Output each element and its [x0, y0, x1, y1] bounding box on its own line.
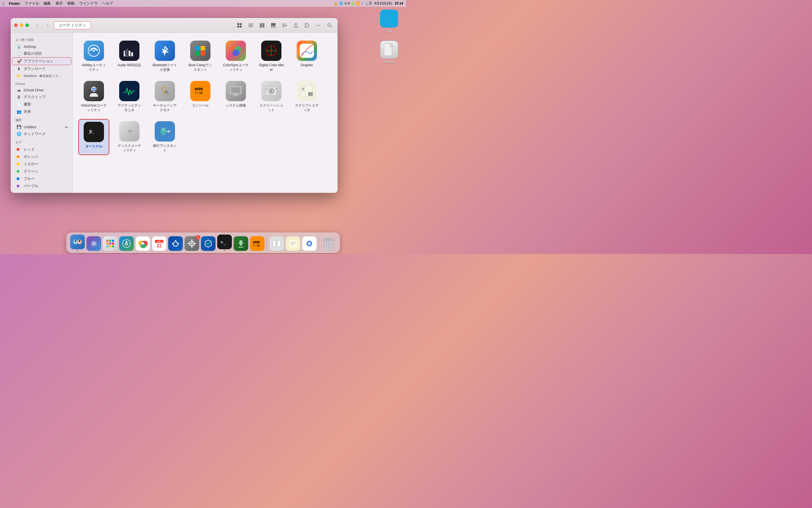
dock-item-trash[interactable] [321, 236, 336, 251]
dock-item-finder[interactable] [70, 235, 85, 251]
dock-item-malwarebytes[interactable] [201, 236, 216, 251]
app-item-migration[interactable]: 移行アシスタント [149, 119, 180, 155]
dock-item-safari[interactable] [119, 236, 134, 251]
svg-rect-13 [271, 27, 272, 28]
sidebar-item-library[interactable]: 📄 書類 [12, 101, 71, 108]
svg-rect-16 [282, 24, 285, 24]
forward-button[interactable]: › [44, 22, 52, 29]
menu-file[interactable]: ファイル [25, 1, 39, 6]
app-item-digitalcolor[interactable]: Digital Color Meter [256, 38, 287, 74]
svg-rect-4 [237, 26, 239, 28]
minimize-button[interactable] [20, 24, 24, 27]
sidebar-item-applications[interactable]: 🚀 アプリケーション [12, 57, 71, 65]
more-button[interactable] [314, 21, 323, 30]
voiceover-icon: ♿ [84, 81, 104, 101]
app-item-keychain[interactable]: キーチェーンアクセス [149, 79, 180, 115]
back-button[interactable]: ‹ [34, 22, 41, 29]
menu-edit[interactable]: 編集 [44, 1, 51, 6]
menu-go[interactable]: 移動 [67, 1, 75, 6]
menu-help[interactable]: ヘルプ [102, 1, 113, 6]
dock-item-calendar[interactable]: 229月 [152, 236, 167, 251]
sidebar-item-shared[interactable]: 👥 共有 [12, 108, 71, 115]
column-view-button[interactable] [258, 21, 267, 30]
sidebar-item-network[interactable]: 🌐 ネットワーク [12, 130, 71, 137]
cap-icon [380, 10, 398, 28]
apple-menu[interactable]:  [3, 1, 4, 6]
svg-rect-17 [282, 25, 286, 26]
dock-item-launchpad[interactable] [103, 236, 118, 251]
sidebar-item-icloud-drive[interactable]: ☁ iCloud Drive [12, 87, 71, 93]
menubar-left:  Finder ファイル 編集 表示 移動 ウインドウ ヘルプ [3, 1, 113, 6]
app-item-console[interactable]: WARN7:36 コンソール [185, 79, 216, 115]
eject-button[interactable]: ⏏ [65, 125, 68, 129]
app-item-bootcamp[interactable]: Boot Campアシスタント [185, 38, 216, 74]
sidebar-tag-green[interactable]: グリーン [12, 168, 71, 175]
dock-item-chrome2[interactable] [302, 236, 317, 251]
dock-item-siri[interactable]: ◎ [87, 236, 101, 251]
app-item-airmac[interactable]: AirMacユーティリティ [78, 38, 109, 74]
dock-item-prefs[interactable]: 1 [185, 236, 199, 251]
dock-item-filemerge[interactable] [269, 236, 284, 251]
desktop-icon-cap[interactable]: cap [378, 10, 400, 33]
svg-rect-10 [262, 23, 263, 28]
sidebar-tag-red[interactable]: レッド [12, 146, 71, 153]
svg-rect-121 [238, 247, 243, 248]
share-button[interactable] [291, 21, 300, 30]
menu-view[interactable]: 表示 [55, 1, 63, 6]
airmac-label: AirMacユーティリティ [81, 63, 107, 72]
sidebar-item-untitled[interactable]: 💾 Untitled ⏏ [12, 124, 71, 130]
app-item-voiceover[interactable]: ♿ VoiceOverユーティリティ [78, 79, 109, 115]
dock-separator-2 [319, 237, 319, 249]
icloud-drive-icon: ☁ [16, 88, 21, 92]
sidebar-item-onedrive[interactable]: 📁 OneDrive - 株式会社ソフトク… [12, 73, 71, 79]
sidebar-tag-yellow[interactable]: イエロー [12, 160, 71, 168]
svg-rect-136 [326, 238, 331, 240]
sidebar-item-airdrop-label: AirDrop [24, 45, 36, 49]
sidebar-tag-orange[interactable]: オレンジ [12, 153, 71, 160]
terminal-label: ターミナル [85, 144, 102, 149]
grapher-label: Grapher [301, 63, 313, 68]
maximize-button[interactable] [26, 24, 29, 27]
dock-item-console-dock[interactable]: WARN7:36 [250, 236, 265, 251]
sidebar-item-downloads-label: ダウンロード [24, 66, 46, 71]
svg-point-99 [109, 245, 111, 248]
dock-item-terminal[interactable]: >_ [217, 235, 232, 251]
svg-point-95 [106, 243, 108, 245]
dock-item-note[interactable] [286, 236, 300, 251]
close-button[interactable] [14, 24, 18, 27]
app-item-colorsync[interactable]: ColorSyncユーティリティ [220, 38, 251, 74]
svg-rect-2 [237, 23, 239, 25]
dock-item-chrome[interactable] [136, 236, 150, 251]
search-button[interactable] [325, 21, 334, 30]
app-item-bluetooth[interactable]: Bluetoothファイル交換 [149, 38, 180, 74]
app-item-grapher[interactable]: Grapher [291, 38, 322, 74]
app-item-sysinfo[interactable]: システム情報 [220, 79, 251, 115]
sidebar-item-downloads[interactable]: ⬇ ダウンロード [12, 65, 71, 73]
migration-icon [155, 121, 175, 141]
list-view-button[interactable] [246, 21, 255, 30]
dock-item-downie[interactable] [234, 236, 248, 251]
svg-marker-19 [286, 25, 287, 26]
icon-view-button[interactable] [235, 21, 244, 30]
sidebar-item-desktop[interactable]: 🖥 デスクトップ [12, 93, 71, 101]
menu-window[interactable]: ウインドウ [79, 1, 97, 6]
app-item-scripteditor[interactable]: ifrun スクリプトエディタ [291, 79, 322, 115]
app-item-terminal[interactable]: $_ ターミナル [78, 119, 109, 155]
app-item-activity[interactable]: アクティビティモニタ [114, 79, 145, 115]
dock-item-appstore[interactable] [168, 236, 183, 251]
group-button[interactable] [280, 21, 289, 30]
sidebar-item-airdrop[interactable]: 📡 AirDrop [12, 43, 71, 50]
app-item-audiomidi[interactable]: Audio MIDI設定 [114, 38, 145, 74]
tag-button[interactable] [303, 21, 312, 30]
app-item-diskutil[interactable]: ディスクユーティリティ [114, 119, 145, 155]
sidebar-item-recent[interactable]: 🕐 最近の項目 [12, 50, 71, 57]
svg-text:♿: ♿ [92, 87, 96, 91]
dock-launchpad-icon [103, 236, 118, 251]
sidebar-tag-purple[interactable]: パープル [12, 182, 71, 190]
sidebar-tag-blue[interactable]: ブルー [12, 175, 71, 182]
app-item-screenshot[interactable]: スクリーンショット [256, 79, 287, 115]
finder-app-name[interactable]: Finder [9, 1, 20, 6]
dock-chrome-icon [136, 236, 150, 251]
desktop-icon-untitled[interactable]: Untitled [378, 41, 400, 64]
gallery-view-button[interactable] [269, 21, 278, 30]
